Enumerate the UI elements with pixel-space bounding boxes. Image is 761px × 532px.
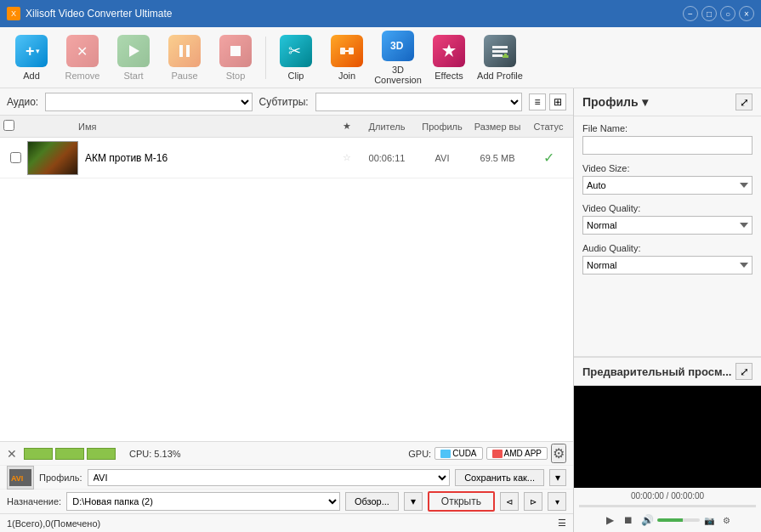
cpu-info: CPU: 5.13% xyxy=(129,449,181,459)
profile-panel-title: Профиль ▾ xyxy=(582,95,648,109)
cuda-button[interactable]: CUDA xyxy=(434,447,482,460)
row-checkbox[interactable] xyxy=(3,152,27,163)
table-header: Имя ★ Длитель Профиль Размер вы Статус xyxy=(0,116,573,138)
status-bar: 1(Всего),0(Помечено) ☰ xyxy=(0,513,573,532)
check-header xyxy=(3,120,27,133)
close-button[interactable]: × xyxy=(739,6,754,21)
clip-button[interactable]: ✂ Clip xyxy=(271,31,321,85)
close-progress-button[interactable]: ✕ xyxy=(7,447,17,461)
thumb-image xyxy=(28,142,77,174)
add-button[interactable]: + ▾ Add xyxy=(7,31,56,85)
3d-icon: 3D xyxy=(382,31,414,61)
svg-marker-3 xyxy=(129,45,139,57)
file-list: АКМ против М-16 ☆ 00:06:11 AVI 69.5 MB ✓ xyxy=(0,138,573,441)
audio-quality-select[interactable]: Low Normal High Ultra High xyxy=(582,256,752,274)
main-area: Аудио: Субтитры: ≡ ⊞ Имя ★ Длитель Профи… xyxy=(0,88,761,532)
nav-next-button[interactable]: ⊳ xyxy=(524,492,542,511)
audio-quality-field: Audio Quality: Low Normal High Ultra Hig… xyxy=(582,243,752,274)
expand-preview-button[interactable]: ⤢ xyxy=(735,363,752,380)
pause-button[interactable]: Pause xyxy=(160,31,209,85)
save-as-button[interactable]: Сохранить как... xyxy=(455,469,544,486)
amd-button[interactable]: AMD APP xyxy=(486,447,548,460)
amd-label: AMD APP xyxy=(504,449,542,458)
cuda-label: CUDA xyxy=(452,449,476,458)
volume-button[interactable]: 🔊 xyxy=(639,512,656,529)
video-size-field: Video Size: Auto 320×240 640×480 1280×72… xyxy=(582,163,752,195)
file-size: 69.5 MB xyxy=(468,153,527,163)
save-as-arrow[interactable]: ▾ xyxy=(549,469,566,486)
remove-button[interactable]: ✕ Remove xyxy=(58,31,107,85)
settings-playback-button[interactable]: ⚙ xyxy=(718,512,734,528)
app-icon: X xyxy=(7,7,20,20)
svg-text:✕: ✕ xyxy=(77,44,88,59)
svg-rect-12 xyxy=(492,46,508,48)
title-bar-left: X Xilisoft Video Converter Ultimate xyxy=(7,7,173,20)
open-button[interactable]: Открыть xyxy=(428,491,495,512)
audio-label: Аудио: xyxy=(7,96,38,108)
progress-area: ✕ CPU: 5.13% GPU: CUDA AMD APP xyxy=(0,442,573,466)
list-view-button[interactable]: ≡ xyxy=(529,93,546,110)
file-duration: 00:06:11 xyxy=(357,153,417,163)
stop-playback-button[interactable]: ⏹ xyxy=(620,512,637,529)
table-row[interactable]: АКМ против М-16 ☆ 00:06:11 AVI 69.5 MB ✓ xyxy=(0,138,573,178)
file-star[interactable]: ☆ xyxy=(337,152,357,163)
nav-down-button[interactable]: ▾ xyxy=(548,492,566,511)
svg-rect-13 xyxy=(492,50,508,53)
play-button[interactable]: ▶ xyxy=(601,512,618,529)
video-size-select[interactable]: Auto 320×240 640×480 1280×720 1920×1080 xyxy=(582,176,752,195)
effects-button[interactable]: Effects xyxy=(424,31,474,85)
pause-icon xyxy=(168,35,201,67)
screenshot-button[interactable]: 📷 xyxy=(701,512,717,528)
3d-conversion-button[interactable]: 3D 3D Conversion xyxy=(373,31,423,85)
preview-area xyxy=(574,386,761,488)
pause-label: Pause xyxy=(171,71,197,81)
nav-prev-button[interactable]: ⊲ xyxy=(500,492,519,511)
list-icon: ☰ xyxy=(558,518,566,529)
add-profile-button[interactable]: Add Profile xyxy=(475,31,525,85)
profile-title-text: Профиль xyxy=(582,95,639,109)
profile-thumb-inner: AVI xyxy=(9,469,31,486)
start-label: Start xyxy=(123,71,143,81)
browse-arrow[interactable]: ▾ xyxy=(404,492,423,511)
maximize-button[interactable]: □ xyxy=(701,6,717,21)
progress-seg-3 xyxy=(87,448,116,460)
minimize-button[interactable]: − xyxy=(683,6,698,21)
add-label: Add xyxy=(23,71,40,81)
file-name-field: File Name: xyxy=(582,123,752,155)
progress-seg-2 xyxy=(55,448,84,460)
status-header: Статус xyxy=(527,122,570,132)
svg-text:▾: ▾ xyxy=(36,47,40,55)
audio-select[interactable] xyxy=(45,93,252,111)
stop-button[interactable]: Stop xyxy=(211,31,260,85)
subtitle-select[interactable] xyxy=(315,93,522,111)
settings-button[interactable]: ⚙ xyxy=(551,444,566,463)
left-panel: Аудио: Субтитры: ≡ ⊞ Имя ★ Длитель Профи… xyxy=(0,88,574,532)
playback-controls: 00:00:00 / 00:00:00 ▶ ⏹ 🔊 📷 ⚙ xyxy=(574,488,761,532)
dest-select[interactable]: D:\Новая папка (2) xyxy=(66,492,340,511)
volume-slider[interactable] xyxy=(657,518,700,522)
video-quality-select[interactable]: Low Normal High Ultra High xyxy=(582,216,752,235)
seek-bar[interactable] xyxy=(579,505,756,507)
profile-bar-label: Профиль: xyxy=(39,473,82,483)
start-button[interactable]: Start xyxy=(109,31,158,85)
profile-bar-select[interactable]: AVI xyxy=(88,469,451,486)
subtitle-label: Субтитры: xyxy=(259,96,309,108)
file-name-input[interactable] xyxy=(582,136,752,155)
svg-rect-14 xyxy=(492,54,503,57)
progress-seg-1 xyxy=(24,448,53,460)
restore-button[interactable]: ○ xyxy=(720,6,735,21)
profile-row: AVI Профиль: AVI Сохранить как... ▾ xyxy=(0,466,573,490)
profile-section: File Name: Video Size: Auto 320×240 640×… xyxy=(574,116,761,356)
expand-panel-button[interactable]: ⤢ xyxy=(735,93,752,110)
join-button[interactable]: Join xyxy=(322,31,372,85)
browse-button[interactable]: Обзор... xyxy=(345,492,399,511)
select-all-checkbox[interactable] xyxy=(3,120,14,131)
svg-text:3D: 3D xyxy=(390,40,404,52)
effects-icon xyxy=(433,35,465,67)
app-title: Xilisoft Video Converter Ultimate xyxy=(26,8,173,20)
profile-dropdown-icon: ▾ xyxy=(642,95,648,109)
row-check-input[interactable] xyxy=(10,152,21,163)
grid-view-button[interactable]: ⊞ xyxy=(549,93,566,110)
clip-label: Clip xyxy=(288,71,304,81)
svg-rect-6 xyxy=(230,46,241,56)
